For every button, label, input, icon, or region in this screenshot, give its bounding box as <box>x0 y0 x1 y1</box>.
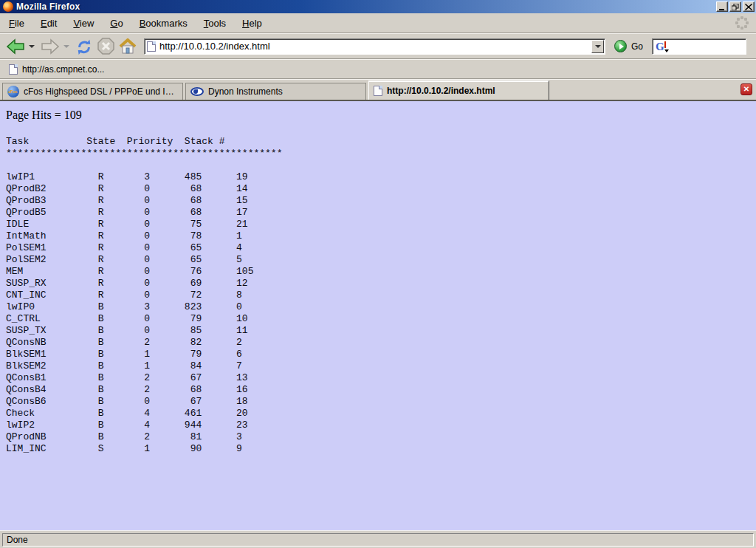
tab-label: http://10.0.10.2/index.html <box>387 86 495 96</box>
browser-window: Mozilla Firefox File Edit View Go Bookma <box>0 0 756 548</box>
back-arrow-icon <box>6 38 25 55</box>
tab-label: Dynon Instruments <box>208 86 283 97</box>
url-bar[interactable]: http://10.0.10.2/index.html <box>144 38 605 55</box>
go-label[interactable]: Go <box>631 41 643 52</box>
status-bar: Done <box>0 530 756 548</box>
close-tab-button[interactable]: ✕ <box>740 83 752 95</box>
tab-cfos[interactable]: cFos Highspeed DSL / PPPoE und ISDN CAP.… <box>2 83 183 100</box>
forward-dropdown[interactable] <box>63 45 69 48</box>
status-text: Done <box>2 533 754 547</box>
menu-view[interactable]: View <box>69 16 98 31</box>
url-input[interactable]: http://10.0.10.2/index.html <box>156 41 591 52</box>
menu-help[interactable]: Help <box>238 16 267 31</box>
restore-icon <box>732 4 739 10</box>
bookmarks-toolbar: http://as.cmpnet.co... <box>0 59 756 79</box>
minimize-icon <box>718 4 726 10</box>
reload-button[interactable] <box>74 37 94 56</box>
restore-button[interactable] <box>729 1 741 12</box>
menu-bar: File Edit View Go Bookmarks Tools Help <box>0 13 756 33</box>
search-input[interactable]: G <box>652 38 746 55</box>
close-icon <box>745 4 752 10</box>
google-search-icon[interactable]: G <box>656 41 669 52</box>
minimize-button[interactable] <box>716 1 728 12</box>
throbber-icon <box>735 16 749 30</box>
menu-file[interactable]: File <box>4 16 29 31</box>
go-play-icon <box>619 44 624 49</box>
home-button[interactable] <box>117 37 138 56</box>
page-icon <box>147 41 156 52</box>
forward-button[interactable] <box>39 37 61 56</box>
close-button[interactable] <box>743 1 755 12</box>
stop-icon <box>97 38 114 55</box>
page-content: Page Hits = 109 Task State Priority Stac… <box>0 101 756 530</box>
cfos-favicon-icon <box>7 86 19 97</box>
page-hits-text: Page Hits = 109 <box>6 109 756 122</box>
url-history-dropdown[interactable] <box>591 40 604 53</box>
tab-label: cFos Highspeed DSL / PPPoE und ISDN CAP.… <box>24 86 178 97</box>
tab-dynon[interactable]: Dynon Instruments <box>185 83 366 100</box>
menu-go[interactable]: Go <box>106 16 127 31</box>
bookmark-item[interactable]: http://as.cmpnet.co... <box>6 63 107 76</box>
dynon-favicon-icon <box>190 87 204 96</box>
bookmark-page-icon <box>9 64 18 75</box>
menu-edit[interactable]: Edit <box>36 16 61 31</box>
bookmark-label: http://as.cmpnet.co... <box>22 64 104 75</box>
chevron-down-icon <box>595 45 601 48</box>
window-title: Mozilla Firefox <box>16 1 716 12</box>
tab-page-icon <box>374 86 382 96</box>
tab-active-index-page[interactable]: http://10.0.10.2/index.html <box>368 81 549 100</box>
menu-bookmarks[interactable]: Bookmarks <box>135 16 192 31</box>
title-bar: Mozilla Firefox <box>0 0 756 13</box>
home-icon <box>119 38 137 55</box>
reload-icon <box>75 38 93 55</box>
tab-bar: cFos Highspeed DSL / PPPoE und ISDN CAP.… <box>0 79 756 101</box>
back-dropdown[interactable] <box>29 45 35 48</box>
navigation-toolbar: http://10.0.10.2/index.html Go G <box>0 33 756 59</box>
go-button[interactable] <box>614 40 627 52</box>
stop-button[interactable] <box>96 36 116 56</box>
menu-tools[interactable]: Tools <box>199 16 230 31</box>
back-button[interactable] <box>4 37 27 56</box>
firefox-icon <box>3 1 13 12</box>
task-table: Task State Priority Stack # ************… <box>6 136 756 455</box>
forward-arrow-icon <box>41 38 60 55</box>
